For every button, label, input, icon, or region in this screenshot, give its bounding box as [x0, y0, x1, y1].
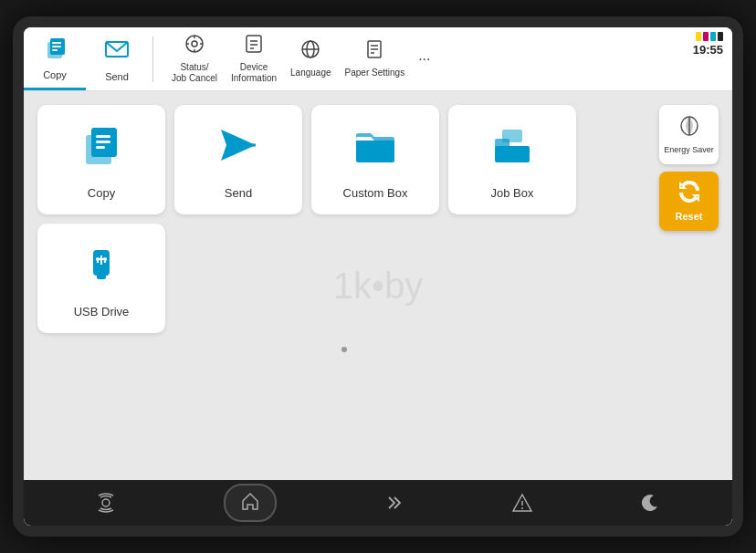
energy-saver-label: Energy Saver [664, 145, 714, 155]
nav-more-label: ··· [418, 50, 430, 68]
time-display: 19:55 [693, 43, 723, 57]
svg-rect-3 [52, 46, 61, 47]
svg-point-7 [192, 41, 197, 47]
svg-rect-2 [52, 42, 61, 44]
page-dot [341, 347, 347, 352]
usb-drive-label: USB Drive [74, 305, 130, 318]
tab-send-label: Send [105, 71, 129, 82]
nav-device-info-label: DeviceInformation [231, 62, 277, 84]
nav-language-label: Language [290, 68, 331, 78]
svg-rect-32 [502, 130, 522, 142]
tab-send[interactable]: Send [86, 27, 148, 90]
copy-label: Copy [88, 186, 115, 200]
send-tab-icon [104, 37, 130, 68]
page-indicator [37, 342, 650, 357]
app-copy[interactable]: Copy [37, 105, 165, 214]
top-bar: Copy Send [24, 27, 732, 91]
divider [152, 37, 153, 82]
custom-box-label: Custom Box [343, 186, 408, 200]
nav-paper-settings-label: Paper Settings [345, 68, 405, 78]
svg-rect-30 [495, 146, 530, 162]
send-label: Send [225, 186, 252, 200]
time-area: 19:55 [693, 32, 723, 57]
top-bar-left: Copy Send [24, 27, 158, 90]
job-box-icon [488, 120, 537, 179]
nav-paper-settings[interactable]: Paper Settings [345, 39, 405, 78]
svg-rect-27 [96, 146, 105, 149]
main-content: 1k•by [24, 91, 732, 480]
sleep-button[interactable] [640, 493, 660, 513]
screen: Copy Send [24, 27, 732, 526]
color-magenta [703, 32, 709, 41]
reset-icon [678, 181, 700, 208]
apps-row-2: USB Drive [37, 224, 650, 333]
svg-rect-25 [96, 135, 110, 138]
color-black [718, 32, 723, 41]
svg-rect-34 [97, 274, 106, 279]
svg-point-44 [521, 507, 523, 509]
device-frame: Copy Send [13, 16, 743, 537]
color-yellow [696, 32, 701, 41]
energy-saver-icon [678, 115, 700, 142]
svg-point-42 [102, 499, 110, 506]
color-cyan [710, 32, 716, 41]
copy-tab-icon [42, 35, 68, 66]
custom-box-icon [351, 120, 400, 179]
nfc-button[interactable] [96, 493, 116, 513]
nav-status-label: Status/Job Cancel [172, 62, 217, 84]
device-info-icon [244, 34, 264, 58]
right-buttons: Energy Saver Reset [659, 105, 719, 466]
energy-saver-button[interactable]: Energy Saver [659, 105, 719, 164]
status-icon [184, 34, 205, 58]
tab-copy[interactable]: Copy [24, 27, 86, 90]
home-button[interactable] [224, 484, 277, 522]
svg-rect-26 [96, 141, 110, 143]
apps-row-1: Copy Send [37, 105, 650, 214]
svg-rect-12 [247, 36, 261, 52]
app-job-box[interactable]: Job Box [448, 105, 576, 214]
app-usb-drive[interactable]: USB Drive [37, 224, 165, 333]
usb-drive-icon [77, 239, 126, 297]
top-bar-nav: Status/Job Cancel DeviceInformation [158, 34, 732, 84]
alert-button[interactable] [512, 493, 532, 513]
color-indicators [696, 32, 723, 41]
reset-label: Reset [676, 211, 703, 222]
nav-language[interactable]: Language [290, 39, 331, 78]
bottom-bar [24, 480, 732, 526]
nav-status[interactable]: Status/Job Cancel [172, 34, 217, 84]
reset-button[interactable]: Reset [659, 172, 719, 231]
forward-button[interactable] [384, 493, 404, 513]
job-box-label: Job Box [491, 186, 534, 200]
svg-rect-4 [52, 49, 58, 51]
app-send[interactable]: Send [174, 105, 302, 214]
paper-settings-icon [364, 39, 384, 64]
nav-more[interactable]: ··· [418, 50, 430, 68]
tab-copy-label: Copy [43, 69, 67, 80]
app-custom-box[interactable]: Custom Box [311, 105, 439, 214]
language-icon [300, 39, 320, 64]
apps-grid: Copy Send [37, 105, 650, 466]
send-icon [214, 120, 263, 179]
copy-icon [77, 120, 126, 179]
nav-device-info[interactable]: DeviceInformation [231, 34, 277, 84]
